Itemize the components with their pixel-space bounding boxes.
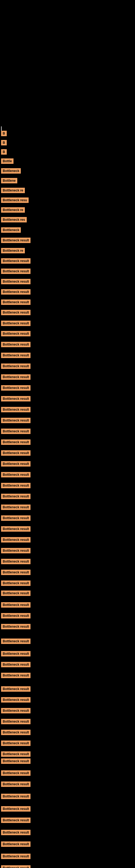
bottleneck-label-container-65: Bottleneck result [1,830,31,836]
bottleneck-label-container-58: Bottleneck result [1,751,31,758]
bottleneck-label-container-23: Bottleneck result [1,364,31,370]
bottleneck-label-39[interactable]: Bottleneck result [1,537,31,542]
bottleneck-label-25[interactable]: Bottleneck result [1,385,31,391]
bottleneck-label-54[interactable]: Bottleneck result [1,708,31,713]
bottleneck-label-27[interactable]: Bottleneck result [1,407,31,412]
bottleneck-label-container-16: Bottleneck result [1,289,31,296]
bottleneck-label-56[interactable]: Bottleneck result [1,730,31,735]
bottleneck-label-5[interactable]: Bottlene [1,178,17,183]
bottleneck-label-55[interactable]: Bottleneck result [1,719,31,724]
bottleneck-label-container-19: Bottleneck result [1,321,31,327]
bottleneck-label-22[interactable]: Bottleneck result [1,352,31,358]
bottleneck-label-23[interactable]: Bottleneck result [1,364,31,369]
bottleneck-label-29[interactable]: Bottleneck result [1,429,31,434]
bottleneck-label-38[interactable]: Bottleneck result [1,526,31,532]
bottleneck-label-1[interactable]: B [1,140,7,145]
bottleneck-label-11[interactable]: Bottleneck result [1,238,31,243]
bottleneck-label-41[interactable]: Bottleneck result [1,559,31,564]
bottleneck-label-10[interactable]: Bottleneck [1,227,21,233]
bottleneck-label-36[interactable]: Bottleneck result [1,504,31,510]
bottleneck-label-17[interactable]: Bottleneck result [1,300,31,305]
bottleneck-label-15[interactable]: Bottleneck result [1,279,31,284]
bottleneck-label-58[interactable]: Bottleneck result [1,751,31,757]
bottleneck-label-container-12: Bottleneck re [1,248,25,254]
bottleneck-label-18[interactable]: Bottleneck result [1,310,31,315]
bottleneck-label-62[interactable]: Bottleneck result [1,794,31,799]
bottleneck-label-40[interactable]: Bottleneck result [1,548,31,553]
bottleneck-label-container-57: Bottleneck result [1,741,31,747]
bottleneck-label-container-36: Bottleneck result [1,504,31,511]
bottleneck-label-container-59: Bottleneck result [1,758,31,765]
bottleneck-label-64[interactable]: Bottleneck result [1,817,31,823]
bottleneck-label-47[interactable]: Bottleneck result [1,624,31,629]
bottleneck-label-57[interactable]: Bottleneck result [1,741,31,746]
bottleneck-label-60[interactable]: Bottleneck result [1,770,31,776]
bottleneck-label-container-43: Bottleneck result [1,581,31,587]
bottleneck-label-container-44: Bottleneck result [1,590,31,597]
bottleneck-label-container-51: Bottleneck result [1,673,31,679]
bottleneck-label-43[interactable]: Bottleneck result [1,581,31,586]
bottleneck-label-66[interactable]: Bottleneck result [1,841,31,847]
bottleneck-label-container-63: Bottleneck result [1,806,31,813]
bottleneck-label-19[interactable]: Bottleneck result [1,321,31,326]
bottleneck-label-28[interactable]: Bottleneck result [1,418,31,423]
bottleneck-label-container-11: Bottleneck result [1,238,31,244]
bottleneck-label-21[interactable]: Bottleneck result [1,342,31,347]
bottleneck-label-37[interactable]: Bottleneck result [1,516,31,521]
bottleneck-label-16[interactable]: Bottleneck result [1,289,31,294]
bottleneck-label-24[interactable]: Bottleneck result [1,374,31,380]
bottleneck-label-33[interactable]: Bottleneck result [1,472,31,477]
bottleneck-label-container-25: Bottleneck result [1,385,31,392]
bottleneck-label-7[interactable]: Bottleneck resu [1,197,29,203]
bottleneck-label-50[interactable]: Bottleneck result [1,662,31,667]
bottleneck-label-12[interactable]: Bottleneck re [1,248,25,253]
bottleneck-label-45[interactable]: Bottleneck result [1,602,31,608]
bottleneck-label-14[interactable]: Bottleneck result [1,269,31,274]
bottleneck-label-container-5: Bottlene [1,178,17,184]
bottleneck-label-67[interactable]: Bottleneck result [1,854,31,859]
bottleneck-label-59[interactable]: Bottleneck result [1,758,31,764]
bottleneck-label-2[interactable]: B [1,149,7,155]
bottleneck-label-container-61: Bottleneck result [1,781,31,788]
bottleneck-label-container-3: Bottle [1,158,13,165]
bottleneck-label-44[interactable]: Bottleneck result [1,590,31,596]
bottleneck-label-63[interactable]: Bottleneck result [1,806,31,812]
bottleneck-label-container-9: Bottleneck res [1,217,27,223]
bottleneck-label-26[interactable]: Bottleneck result [1,396,31,401]
bottleneck-label-container-35: Bottleneck result [1,494,31,500]
bottleneck-label-container-60: Bottleneck result [1,770,31,777]
bottleneck-label-container-45: Bottleneck result [1,602,31,609]
bottleneck-label-49[interactable]: Bottleneck result [1,651,31,656]
bottleneck-label-container-38: Bottleneck result [1,526,31,533]
bottleneck-label-6[interactable]: Bottleneck re [1,188,25,193]
bottleneck-label-46[interactable]: Bottleneck result [1,613,31,618]
bottleneck-label-31[interactable]: Bottleneck result [1,450,31,456]
bottleneck-label-35[interactable]: Bottleneck result [1,494,31,499]
bottleneck-label-42[interactable]: Bottleneck result [1,569,31,575]
bottleneck-label-8[interactable]: Bottleneck re [1,207,25,213]
bottleneck-label-53[interactable]: Bottleneck result [1,697,31,703]
bottleneck-label-48[interactable]: Bottleneck result [1,639,31,644]
bottleneck-label-9[interactable]: Bottleneck res [1,217,27,222]
bottleneck-label-32[interactable]: Bottleneck result [1,461,31,467]
bottleneck-label-51[interactable]: Bottleneck result [1,673,31,678]
bottleneck-label-3[interactable]: Bottle [1,158,13,164]
bottleneck-label-container-20: Bottleneck result [1,331,31,337]
bottleneck-label-container-4: Bottleneck [1,168,21,175]
bottleneck-label-61[interactable]: Bottleneck result [1,781,31,787]
bottleneck-label-4[interactable]: Bottleneck [1,168,21,174]
bottleneck-label-container-67: Bottleneck result [1,854,31,860]
bottleneck-label-34[interactable]: Bottleneck result [1,483,31,488]
bottleneck-label-container-2: B [1,149,7,156]
bottleneck-label-30[interactable]: Bottleneck result [1,439,31,445]
bottleneck-label-65[interactable]: Bottleneck result [1,830,31,835]
bottleneck-label-20[interactable]: Bottleneck result [1,331,31,336]
bottleneck-label-68[interactable]: Bottleneck result [1,865,31,868]
bottleneck-label-container-33: Bottleneck result [1,472,31,478]
bottleneck-label-container-64: Bottleneck result [1,817,31,824]
bottleneck-label-52[interactable]: Bottleneck result [1,686,31,692]
bottleneck-label-13[interactable]: Bottleneck result [1,258,31,264]
bottleneck-label-container-17: Bottleneck result [1,300,31,306]
bottleneck-label-container-50: Bottleneck result [1,662,31,669]
bottleneck-label-0[interactable]: B [1,131,7,136]
